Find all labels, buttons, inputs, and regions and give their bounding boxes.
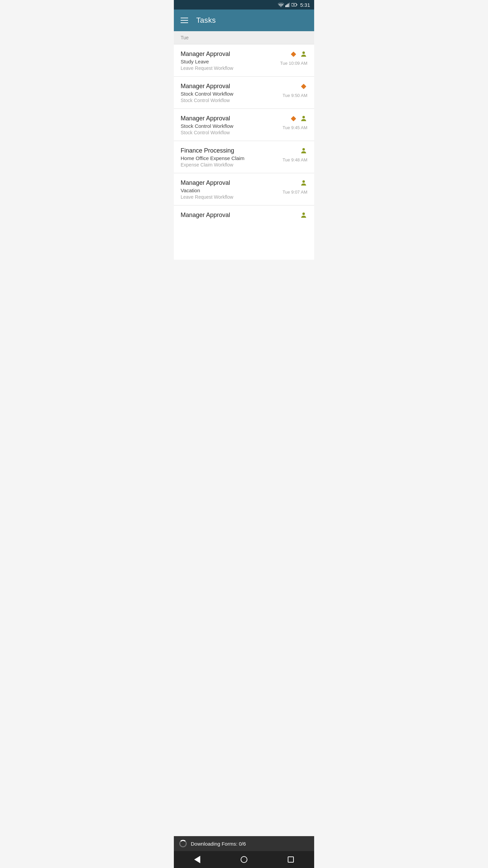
- task-content: Manager Approval: [181, 212, 300, 220]
- svg-rect-8: [301, 84, 306, 89]
- task-right: Tue 9:48 AM: [283, 147, 307, 162]
- task-subtitle: Vacation: [181, 188, 283, 193]
- task-item[interactable]: Manager Approval: [174, 205, 314, 228]
- task-icon-row: [300, 179, 307, 187]
- svg-point-12: [302, 180, 305, 183]
- task-content: Manager Approval Study Leave Leave Reque…: [181, 51, 280, 71]
- task-content: Manager Approval Vacation Leave Request …: [181, 179, 283, 200]
- task-icon-row: [290, 51, 307, 58]
- task-content: Finance Processing Home Office Expense C…: [181, 147, 283, 167]
- svg-rect-5: [297, 4, 297, 5]
- task-item[interactable]: Manager Approval Study Leave Leave Reque…: [174, 44, 314, 77]
- svg-rect-6: [291, 52, 296, 57]
- task-icon-row: [300, 83, 307, 90]
- signal-icon: [285, 2, 290, 7]
- task-right: Tue 9:50 AM: [283, 83, 307, 98]
- task-name: Manager Approval: [181, 83, 283, 90]
- task-icon-row: [300, 212, 307, 219]
- app-title: Tasks: [196, 16, 216, 25]
- task-workflow: Leave Request Workflow: [181, 194, 283, 200]
- task-icon-row: [290, 115, 307, 122]
- diamond-icon: [300, 83, 307, 90]
- svg-point-13: [302, 213, 305, 215]
- diamond-icon: [290, 51, 297, 58]
- task-workflow: Stock Control Workflow: [181, 98, 283, 103]
- person-icon: [300, 115, 307, 122]
- day-label: Tue: [181, 35, 189, 40]
- wifi-icon: [278, 2, 284, 7]
- app-header: Tasks: [174, 9, 314, 31]
- task-icon-row: [300, 147, 307, 155]
- task-subtitle: Stock Control Workflow: [181, 91, 283, 97]
- task-item[interactable]: Manager Approval Stock Control Workflow …: [174, 77, 314, 109]
- svg-point-10: [302, 116, 305, 118]
- task-item[interactable]: Finance Processing Home Office Expense C…: [174, 141, 314, 173]
- svg-rect-9: [291, 116, 296, 121]
- task-timestamp: Tue 9:48 AM: [283, 157, 307, 162]
- status-icons: 5:31: [278, 2, 310, 8]
- person-icon: [300, 179, 307, 187]
- task-list: Manager Approval Study Leave Leave Reque…: [174, 44, 314, 260]
- task-right: Tue 9:45 AM: [283, 115, 307, 130]
- svg-rect-3: [289, 3, 290, 7]
- hamburger-menu-icon[interactable]: [181, 18, 188, 23]
- svg-rect-0: [285, 5, 286, 7]
- svg-rect-2: [288, 4, 289, 7]
- svg-point-7: [302, 52, 305, 54]
- task-right: [300, 212, 307, 219]
- person-icon: [300, 212, 307, 219]
- task-workflow: Expense Claim Workflow: [181, 162, 283, 167]
- task-content: Manager Approval Stock Control Workflow …: [181, 83, 283, 103]
- task-subtitle: Study Leave: [181, 59, 280, 64]
- task-name: Finance Processing: [181, 147, 283, 154]
- person-icon: [300, 51, 307, 58]
- task-workflow: Leave Request Workflow: [181, 65, 280, 71]
- task-right: Tue 9:07 AM: [283, 179, 307, 195]
- status-time: 5:31: [300, 2, 310, 8]
- task-name: Manager Approval: [181, 51, 280, 58]
- task-workflow: Stock Control Workflow: [181, 130, 283, 135]
- task-item[interactable]: Manager Approval Stock Control Workflow …: [174, 109, 314, 141]
- task-name: Manager Approval: [181, 179, 283, 186]
- person-icon: [300, 147, 307, 155]
- task-timestamp: Tue 9:45 AM: [283, 125, 307, 130]
- task-timestamp: Tue 10:09 AM: [280, 61, 307, 66]
- task-name: Manager Approval: [181, 212, 300, 219]
- diamond-icon: [290, 115, 297, 122]
- task-right: Tue 10:09 AM: [280, 51, 307, 66]
- task-subtitle: Home Office Expense Claim: [181, 155, 283, 161]
- battery-icon: [291, 3, 298, 7]
- svg-rect-1: [286, 4, 287, 7]
- task-content: Manager Approval Stock Control Workflow …: [181, 115, 283, 135]
- task-subtitle: Stock Control Workflow: [181, 123, 283, 129]
- day-divider: Tue: [174, 31, 314, 44]
- status-bar: 5:31: [174, 0, 314, 9]
- task-timestamp: Tue 9:50 AM: [283, 93, 307, 98]
- task-timestamp: Tue 9:07 AM: [283, 190, 307, 195]
- task-item[interactable]: Manager Approval Vacation Leave Request …: [174, 173, 314, 205]
- svg-point-11: [302, 148, 305, 151]
- task-name: Manager Approval: [181, 115, 283, 122]
